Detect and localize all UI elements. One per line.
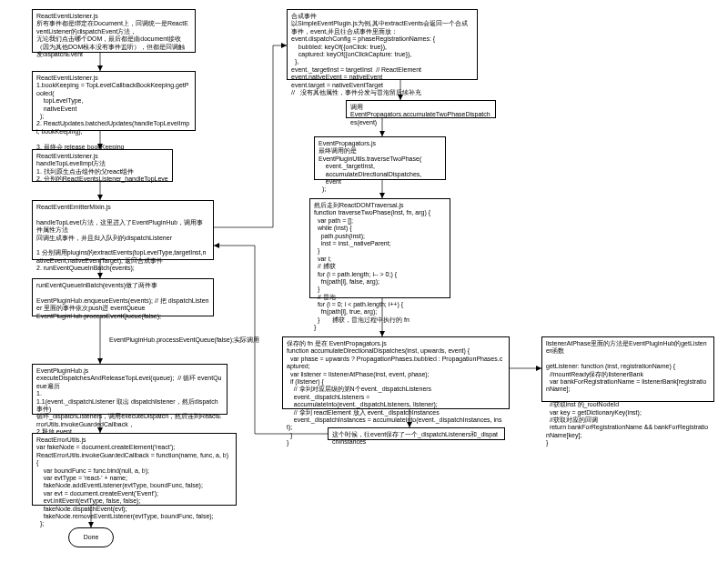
node-react-dom-traversal: 然后走到ReactDOMTraversal.js function traver… xyxy=(309,198,450,298)
node-call-accumulate-two-phase: 调用 EventPropagators.accumulateTwoPhaseDi… xyxy=(346,100,496,118)
node-react-event-listener-intro: ReactEventListener.js 所有事件都是绑定在Document上… xyxy=(32,9,196,53)
node-event-plugin-hub-dispatch: EventPluginHub.js executeDispatchesAndRe… xyxy=(32,364,228,415)
node-event-saved-dispatch: 这个时候，往event保存了一个_dispatchListeners和_disp… xyxy=(328,427,505,440)
node-synthetic-event: 合成事件 以SimpleEventPlugin.js为例,其中extractEv… xyxy=(287,9,478,80)
node-react-error-utils: ReactErrorUtils.js var fakeNode = docume… xyxy=(32,433,237,506)
node-accumulate-directional: 保存的 fn 是在 EventPropagators.js function a… xyxy=(282,336,510,409)
node-bookkeeping: ReactEventListener.js 1.bookKeeping = To… xyxy=(32,71,196,131)
label-capture-bubble-fn: 捕获，冒泡过程中执行的 fn xyxy=(332,316,460,324)
node-event-emitter-mixin: ReactEventEmitterMixin.js handleTopLevel… xyxy=(32,200,214,260)
label-process-event-queue: EventPluginHub.processEventQueue(false);… xyxy=(109,336,273,344)
node-done: Done xyxy=(68,527,114,547)
node-run-event-queue-in-batch: runEventQueueInBatch(events)做了两件事 EventP… xyxy=(32,278,214,316)
node-handle-top-level-impl: ReactEventListener.js handleTopLevelImpl… xyxy=(32,149,173,182)
node-listener-at-phase: listenerAtPhase里面的方法是EventPluginHub的getL… xyxy=(541,336,714,402)
node-event-propagators-traverse: EventPropagators.js 最终调用的是 EventPluginUt… xyxy=(314,136,446,180)
svg-marker-27 xyxy=(214,243,219,248)
